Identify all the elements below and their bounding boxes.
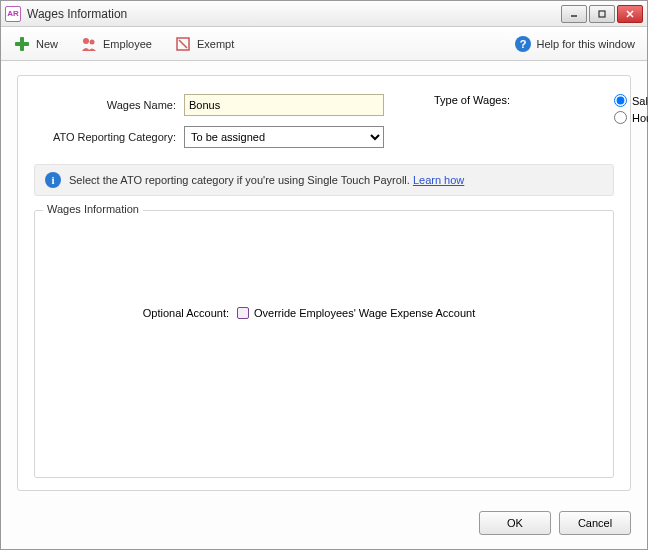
- hourly-radio[interactable]: [614, 111, 627, 124]
- info-icon: i: [45, 172, 61, 188]
- employee-button[interactable]: Employee: [76, 32, 156, 56]
- maximize-icon: [597, 9, 607, 19]
- minimize-icon: [569, 9, 579, 19]
- info-banner: i Select the ATO reporting category if y…: [34, 164, 614, 196]
- titlebar: AR Wages Information: [1, 1, 647, 27]
- learn-how-link[interactable]: Learn how: [413, 174, 464, 186]
- maximize-button[interactable]: [589, 5, 615, 23]
- plus-icon: [13, 35, 31, 53]
- form-top: Wages Name: ATO Reporting Category: To b…: [34, 94, 614, 158]
- content-panel: Wages Name: ATO Reporting Category: To b…: [17, 75, 631, 491]
- new-label: New: [36, 38, 58, 50]
- employee-icon: [80, 35, 98, 53]
- wages-info-group: Wages Information Optional Account: Over…: [34, 210, 614, 478]
- ok-button[interactable]: OK: [479, 511, 551, 535]
- app-icon: AR: [5, 6, 21, 22]
- body-area: Wages Name: ATO Reporting Category: To b…: [1, 61, 647, 501]
- info-text-wrap: Select the ATO reporting category if you…: [69, 174, 464, 186]
- salary-radio[interactable]: [614, 94, 627, 107]
- info-text: Select the ATO reporting category if you…: [69, 174, 413, 186]
- wages-info-window: AR Wages Information New Employee: [0, 0, 648, 550]
- exempt-button[interactable]: Exempt: [170, 32, 238, 56]
- window-title: Wages Information: [27, 7, 561, 21]
- help-label: Help for this window: [537, 38, 635, 50]
- cancel-button[interactable]: Cancel: [559, 511, 631, 535]
- wages-name-input[interactable]: [184, 94, 384, 116]
- svg-point-7: [90, 39, 95, 44]
- exempt-icon: [174, 35, 192, 53]
- help-icon: ?: [514, 35, 532, 53]
- ato-category-label: ATO Reporting Category:: [34, 131, 184, 143]
- close-icon: [625, 9, 635, 19]
- svg-text:?: ?: [519, 38, 526, 50]
- salary-radio-label: Salary: [632, 95, 648, 107]
- footer: OK Cancel: [1, 501, 647, 549]
- toolbar: New Employee Exempt ? Help for this wind…: [1, 27, 647, 61]
- override-checkbox-label: Override Employees' Wage Expense Account: [254, 307, 475, 319]
- svg-line-9: [179, 40, 187, 48]
- group-legend: Wages Information: [43, 203, 143, 215]
- employee-label: Employee: [103, 38, 152, 50]
- hourly-radio-label: Hourly: [632, 112, 648, 124]
- wages-name-label: Wages Name:: [34, 99, 184, 111]
- minimize-button[interactable]: [561, 5, 587, 23]
- optional-account-label: Optional Account:: [47, 307, 237, 319]
- svg-point-6: [83, 38, 89, 44]
- override-checkbox[interactable]: [237, 307, 249, 319]
- new-button[interactable]: New: [9, 32, 62, 56]
- window-controls: [561, 5, 643, 23]
- ato-category-select[interactable]: To be assigned: [184, 126, 384, 148]
- svg-rect-5: [15, 42, 29, 46]
- exempt-label: Exempt: [197, 38, 234, 50]
- svg-rect-1: [599, 11, 605, 17]
- type-of-wages-label: Type of Wages:: [424, 94, 516, 128]
- close-button[interactable]: [617, 5, 643, 23]
- help-button[interactable]: ? Help for this window: [510, 32, 639, 56]
